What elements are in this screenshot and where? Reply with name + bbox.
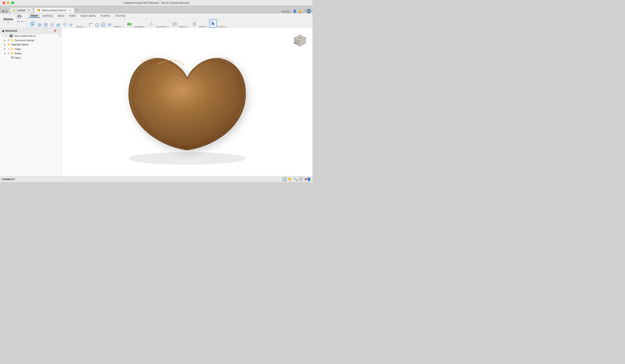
folder-icon: 📁: [11, 47, 14, 51]
tab-label: Untitled: [17, 9, 26, 12]
tab-solid[interactable]: SOLID: [29, 14, 40, 18]
create-extrude-button[interactable]: [55, 22, 61, 28]
tab-mesh[interactable]: MESH: [56, 14, 67, 18]
tab-heart-necklace[interactable]: 🧡 heart necklace.f3d v1* ✕: [34, 7, 75, 13]
close-button[interactable]: [2, 1, 5, 4]
construct-dropdown[interactable]: ▾: [168, 26, 169, 28]
maximize-button[interactable]: [11, 1, 14, 4]
tab-untitled[interactable]: 🔒 Untitled ✕: [10, 7, 33, 13]
create-sphere-button[interactable]: [49, 22, 55, 28]
tab-bar-icons: 👤 🔔 ? NS: [293, 9, 311, 13]
viewcube[interactable]: TOP FRONT: [291, 31, 309, 50]
svg-text:FRONT: FRONT: [294, 43, 298, 44]
save-icon[interactable]: 💾: [18, 15, 21, 18]
pan-icon[interactable]: ✋: [288, 177, 292, 181]
account-icon[interactable]: 👤: [293, 9, 296, 13]
inspect-button[interactable]: [171, 20, 179, 28]
orbit-icon[interactable]: 🔄: [282, 177, 287, 181]
viewport[interactable]: TOP FRONT: [62, 28, 312, 176]
insert-dropdown[interactable]: ▾: [206, 26, 207, 28]
tab-close-icon[interactable]: ✕: [28, 9, 30, 12]
design-button[interactable]: DESIGN ▼: [0, 13, 17, 28]
browser-header: ◀ BROWSER 📌 ⋮: [0, 28, 62, 34]
save-dropdown-icon[interactable]: ▼: [22, 16, 23, 18]
assemble-button[interactable]: [126, 20, 133, 28]
tab-surface[interactable]: SURFACE: [40, 14, 55, 18]
browser-item-named-views[interactable]: ▶ 📁 Named Views: [0, 42, 62, 47]
create-dropdown[interactable]: ▾: [84, 26, 84, 28]
eye-icon[interactable]: 👁: [7, 48, 10, 50]
browser-item-doc-settings[interactable]: ▶ ⚙ 📁 Document Settings: [0, 38, 62, 42]
svg-point-33: [109, 24, 111, 26]
eye-icon[interactable]: 👁: [5, 35, 7, 37]
new-component-icon: [30, 21, 35, 27]
notification-icon[interactable]: 🔔: [298, 9, 302, 13]
fillet-button[interactable]: [88, 22, 94, 28]
toolbar-icons-row: CREATE ▾: [27, 18, 312, 28]
combine-button[interactable]: [107, 22, 113, 28]
browser-item-bodies[interactable]: ▶ 👁 📁 Bodies: [0, 51, 62, 56]
history-dropdown-icon[interactable]: ▼: [24, 21, 26, 23]
zoom-icon[interactable]: 🔍: [293, 177, 297, 181]
undo-icon[interactable]: ↩: [18, 20, 20, 23]
tab-close-icon[interactable]: ✕: [69, 9, 71, 12]
eye-icon[interactable]: 👁: [7, 52, 10, 55]
inspect-group: INSPECT ▾: [170, 18, 190, 28]
assemble-group: ASSEMBLE ▾: [125, 18, 146, 28]
browser-collapse-icon[interactable]: ◀: [2, 29, 4, 32]
svg-marker-47: [212, 22, 215, 26]
svg-marker-18: [63, 23, 64, 25]
expander-icon[interactable]: ▼: [2, 35, 4, 37]
help-icon[interactable]: ?: [303, 9, 305, 13]
svg-marker-26: [96, 24, 98, 26]
modify-dropdown[interactable]: ▾: [122, 26, 123, 28]
tab-utilities[interactable]: UTILITIES: [113, 14, 128, 18]
hamburger-icon[interactable]: ☰: [5, 10, 8, 13]
svg-marker-46: [194, 24, 195, 25]
item-label: Origin: [15, 48, 60, 50]
select-dropdown[interactable]: ▾: [226, 26, 227, 28]
tab-form[interactable]: FORM: [67, 14, 78, 18]
redo-icon[interactable]: ↪: [21, 20, 23, 23]
browser-item-root[interactable]: ▼ 👁 heart necklace.f3d v1 ℹ: [0, 34, 62, 38]
add-tab-button[interactable]: +: [76, 7, 78, 13]
toolbar-tab-row: SOLID SURFACE MESH FORM SHEET METAL PLAS…: [27, 13, 312, 18]
browser-title: BROWSER: [5, 30, 17, 32]
construct-button[interactable]: [148, 20, 155, 28]
item-info-icon[interactable]: ℹ: [59, 35, 60, 37]
svg-point-11: [44, 25, 47, 27]
svg-point-8: [44, 23, 47, 25]
main-content: ◀ BROWSER 📌 ⋮ ▼ 👁 heart necklace.f3d v1 …: [0, 28, 312, 176]
shell-button[interactable]: [94, 22, 100, 28]
minimize-button[interactable]: [7, 1, 10, 4]
user-profile-icon[interactable]: 👤: [307, 177, 311, 181]
item-label: Bodies: [15, 52, 60, 55]
insert-button[interactable]: [191, 20, 198, 28]
assemble-dropdown[interactable]: ▾: [144, 26, 145, 28]
select-button[interactable]: [210, 19, 217, 28]
item-label: heart necklace.f3d v1: [14, 35, 58, 37]
user-avatar[interactable]: NS: [307, 9, 311, 13]
browser-item-fillet1[interactable]: Fillet1: [0, 56, 62, 60]
expander-icon[interactable]: ▶: [4, 48, 7, 50]
grid-icon[interactable]: ⊞: [2, 9, 4, 13]
browser-pin-icon[interactable]: 📌: [54, 29, 57, 32]
new-component-button[interactable]: [29, 20, 36, 28]
tab-plastic[interactable]: PLASTIC: [99, 14, 112, 18]
tab-sheet-metal[interactable]: SHEET METAL: [78, 14, 98, 18]
item-label: Named Views: [12, 43, 60, 46]
expander-icon[interactable]: ▶: [4, 39, 7, 41]
3d-model-view: [116, 37, 258, 167]
create-cylinder-button[interactable]: [43, 22, 49, 28]
inspect-dropdown[interactable]: ▾: [188, 26, 189, 28]
create-box-button[interactable]: [36, 22, 42, 28]
design-dropdown-arrow: ▼: [7, 21, 9, 23]
fit-icon[interactable]: ⊡: [299, 177, 303, 181]
create-more-button[interactable]: [68, 22, 74, 28]
expander-icon[interactable]: ▶: [4, 43, 7, 46]
expander-icon[interactable]: ▶: [4, 52, 7, 55]
scale-button[interactable]: [100, 22, 106, 28]
browser-resize-icon[interactable]: ⋮: [58, 30, 60, 32]
create-revolve-button[interactable]: [62, 22, 67, 28]
browser-item-origin[interactable]: ▶ 👁 📁 Origin: [0, 47, 62, 51]
